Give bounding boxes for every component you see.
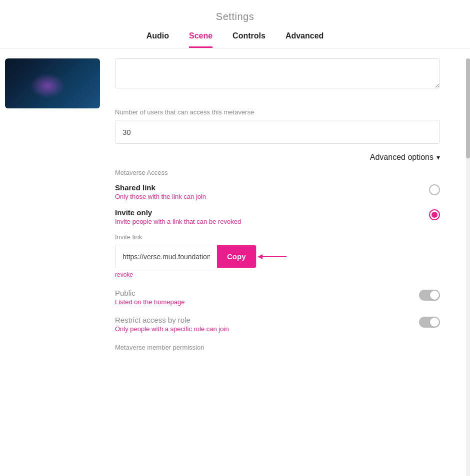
metaverse-access-label: Metaverse Access <box>115 169 440 176</box>
scene-name-input[interactable] <box>115 58 440 88</box>
left-panel <box>0 58 100 351</box>
public-title: Public <box>115 289 419 297</box>
shared-link-text: Shared link Only those with the link can… <box>115 183 429 200</box>
tab-advanced[interactable]: Advanced <box>286 31 324 48</box>
chevron-down-icon: ▾ <box>436 153 440 161</box>
shared-link-radio[interactable] <box>429 184 440 195</box>
invite-only-radio[interactable] <box>429 209 440 220</box>
shared-link-option[interactable]: Shared link Only those with the link can… <box>115 183 440 200</box>
revoke-link[interactable]: revoke <box>115 271 133 278</box>
invite-link-row: Copy <box>115 245 256 268</box>
public-toggle-row: Public Listed on the homepage <box>115 289 440 306</box>
settings-header: Settings Audio Scene Controls Advanced <box>0 0 470 48</box>
advanced-options-label: Advanced options <box>370 153 434 162</box>
invite-link-input[interactable] <box>116 246 217 268</box>
page-title: Settings <box>0 11 470 22</box>
restrict-toggle-row: Restrict access by role Only people with… <box>115 316 440 333</box>
main-content: Number of users that can access this met… <box>0 48 470 351</box>
public-text-block: Public Listed on the homepage <box>115 289 419 306</box>
invite-link-section: Invite link Copy revoke <box>115 233 440 279</box>
scene-glow-effect <box>30 73 65 98</box>
users-field-label: Number of users that can access this met… <box>115 108 440 116</box>
scrollbar-thumb[interactable] <box>466 58 470 158</box>
users-count-input[interactable] <box>115 120 440 144</box>
copy-arrow-indicator <box>262 256 286 257</box>
shared-link-desc: Only those with the link can join <box>115 193 429 200</box>
invite-link-label: Invite link <box>115 233 440 241</box>
public-toggle-switch[interactable] <box>419 290 440 301</box>
invite-only-option[interactable]: Invite only Invite people with a link th… <box>115 208 440 225</box>
tab-scene[interactable]: Scene <box>189 31 212 48</box>
radio-inner-dot <box>432 212 438 218</box>
shared-link-title: Shared link <box>115 183 429 192</box>
member-permission-label: Metaverse member permission <box>115 344 440 351</box>
tabs-nav: Audio Scene Controls Advanced <box>0 31 470 48</box>
tab-audio[interactable]: Audio <box>146 31 169 48</box>
toggle-knob <box>430 291 439 300</box>
invite-only-text: Invite only Invite people with a link th… <box>115 208 429 225</box>
public-desc: Listed on the homepage <box>115 298 419 306</box>
invite-only-desc: Invite people with a link that can be re… <box>115 218 429 225</box>
advanced-options-toggle[interactable]: Advanced options ▾ <box>115 153 440 162</box>
copy-button[interactable]: Copy <box>217 245 256 268</box>
right-panel: Number of users that can access this met… <box>100 58 470 351</box>
restrict-desc: Only people with a specific role can joi… <box>115 325 419 333</box>
restrict-text-block: Restrict access by role Only people with… <box>115 316 419 333</box>
invite-link-wrapper: Copy <box>115 245 440 268</box>
restrict-toggle-switch[interactable] <box>419 317 440 328</box>
arrow-line <box>262 256 286 257</box>
tab-controls[interactable]: Controls <box>232 31 266 48</box>
scene-thumbnail <box>5 58 100 108</box>
users-field-group: Number of users that can access this met… <box>115 108 440 144</box>
invite-only-title: Invite only <box>115 208 429 217</box>
restrict-title: Restrict access by role <box>115 316 419 324</box>
scrollbar-track <box>466 58 470 476</box>
restrict-toggle-knob <box>430 318 439 327</box>
thumbnail-inner <box>5 58 100 108</box>
